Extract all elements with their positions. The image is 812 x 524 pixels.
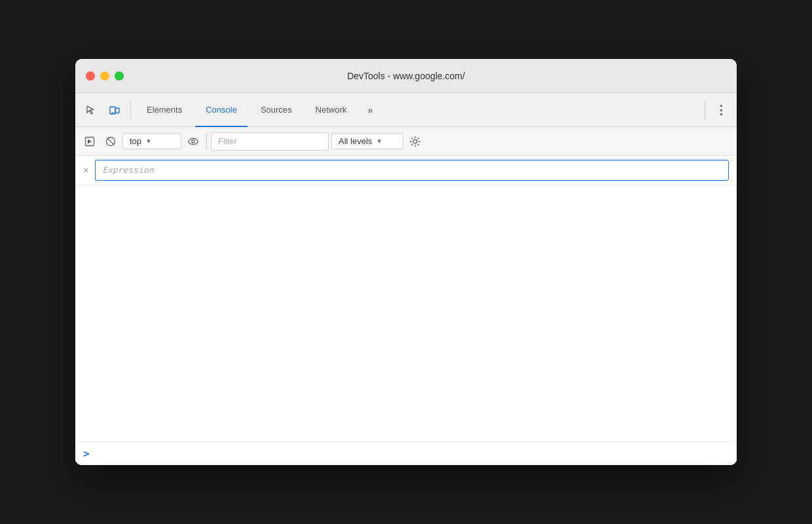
console-settings-button[interactable] bbox=[406, 132, 424, 151]
context-selector[interactable]: top ▼ bbox=[122, 133, 181, 149]
tab-elements[interactable]: Elements bbox=[136, 93, 193, 127]
svg-point-9 bbox=[413, 140, 417, 143]
more-options-button[interactable]: ⋮ bbox=[710, 100, 731, 121]
device-toolbar-icon[interactable] bbox=[104, 100, 125, 121]
tab-console[interactable]: Console bbox=[195, 93, 248, 127]
tab-sources[interactable]: Sources bbox=[250, 93, 303, 127]
clear-console-button[interactable] bbox=[101, 132, 120, 151]
svg-marker-4 bbox=[88, 139, 92, 143]
execute-script-button[interactable] bbox=[81, 132, 99, 151]
maximize-button[interactable] bbox=[115, 71, 124, 81]
levels-arrow: ▼ bbox=[376, 138, 382, 145]
expression-row: × bbox=[75, 156, 737, 185]
console-prompt-icon: > bbox=[83, 447, 90, 460]
close-button[interactable] bbox=[86, 71, 95, 81]
tab-network[interactable]: Network bbox=[305, 93, 358, 127]
inspect-element-icon[interactable] bbox=[81, 100, 101, 121]
tab-separator bbox=[130, 101, 131, 119]
log-levels-selector[interactable]: All levels ▼ bbox=[331, 133, 403, 149]
window-title: DevTools - www.google.com/ bbox=[347, 71, 465, 81]
close-expression-button[interactable]: × bbox=[83, 165, 88, 176]
svg-rect-1 bbox=[116, 108, 120, 113]
expression-input[interactable] bbox=[95, 160, 729, 181]
console-output: > bbox=[75, 185, 737, 465]
title-bar: DevTools - www.google.com/ bbox=[75, 59, 737, 93]
watch-expressions-button[interactable] bbox=[184, 132, 202, 151]
more-tabs-button[interactable]: » bbox=[360, 100, 380, 121]
console-toolbar: top ▼ All levels ▼ bbox=[75, 127, 737, 156]
devtools-window: DevTools - www.google.com/ Elements Cons… bbox=[75, 59, 737, 465]
context-arrow: ▼ bbox=[145, 138, 152, 145]
console-content: × > bbox=[75, 156, 737, 465]
filter-separator bbox=[206, 134, 207, 149]
svg-point-8 bbox=[192, 140, 194, 142]
filter-input[interactable] bbox=[211, 132, 329, 151]
menu-separator bbox=[705, 101, 705, 119]
tab-bar: Elements Console Sources Network » ⋮ bbox=[75, 93, 737, 127]
svg-point-7 bbox=[189, 138, 198, 144]
minimize-button[interactable] bbox=[100, 71, 109, 81]
window-controls bbox=[86, 71, 124, 81]
svg-line-6 bbox=[107, 138, 114, 145]
console-input-row: > bbox=[75, 441, 737, 465]
